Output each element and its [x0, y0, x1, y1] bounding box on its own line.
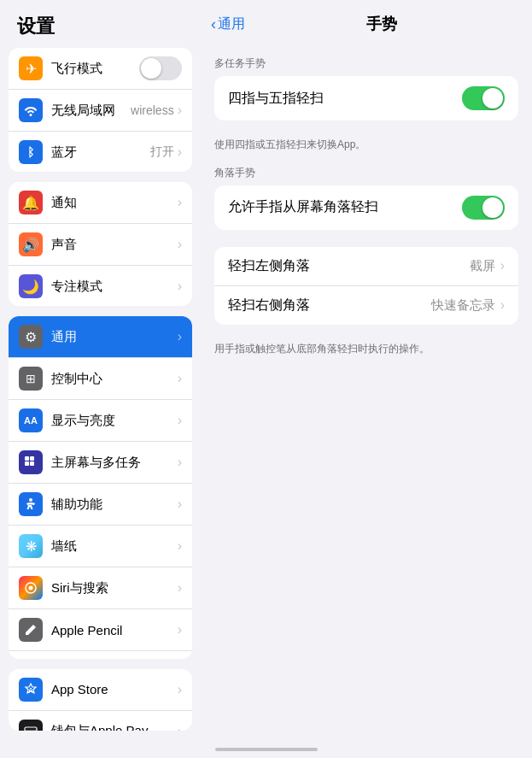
svg-rect-1 — [30, 456, 34, 461]
accessibility-icon — [19, 492, 43, 516]
airplane-toggle[interactable] — [139, 56, 182, 80]
sidebar-section-general: ⚙ 通用 › ⊞ 控制中心 › AA 显示与亮度 › — [9, 316, 192, 658]
accessibility-label: 辅助功能 — [51, 497, 178, 513]
svg-text:A: A — [28, 686, 34, 695]
swipe-left-label: 轻扫左侧角落 — [228, 257, 470, 275]
airplane-icon: ✈ — [19, 56, 43, 80]
sidebar-item-homescreen[interactable]: 主屏幕与多任务 › — [9, 442, 192, 484]
appstore-icon: A — [19, 678, 43, 702]
sidebar-item-control[interactable]: ⊞ 控制中心 › — [9, 358, 192, 400]
corner-swipe-toggle[interactable] — [462, 196, 505, 220]
bluetooth-value: 打开 — [150, 144, 174, 160]
bluetooth-icon: ᛒ — [19, 140, 43, 164]
corner-section: 允许手指从屏幕角落轻扫 — [214, 185, 518, 230]
general-label: 通用 — [51, 329, 178, 345]
sidebar-item-sounds[interactable]: 🔊 声音 › — [9, 224, 192, 266]
display-icon: AA — [19, 408, 43, 432]
homescreen-label: 主屏幕与多任务 — [51, 455, 178, 471]
pencil-chevron: › — [178, 622, 182, 638]
display-label: 显示与亮度 — [51, 413, 178, 429]
sidebar-item-pencil[interactable]: Apple Pencil › — [9, 609, 192, 651]
app-container: 设置 ✈ 飞行模式 无线局域网 wireless › — [0, 0, 532, 741]
general-chevron: › — [178, 329, 182, 344]
wallet-icon — [19, 720, 43, 731]
accessibility-chevron: › — [178, 497, 182, 512]
main-page-title: 手势 — [366, 15, 397, 32]
sounds-icon: 🔊 — [19, 232, 43, 256]
wallet-chevron: › — [178, 724, 182, 731]
wallet-label: 钱包与Apple Pay — [51, 723, 178, 731]
swipe-left-chevron: › — [500, 258, 505, 273]
home-indicator — [0, 741, 532, 758]
focus-chevron: › — [178, 279, 182, 294]
control-chevron: › — [178, 371, 182, 386]
sidebar: 设置 ✈ 飞行模式 无线局域网 wireless › — [0, 0, 201, 741]
wifi-icon — [19, 98, 43, 122]
sidebar-item-display[interactable]: AA 显示与亮度 › — [9, 400, 192, 442]
wallpaper-chevron: › — [178, 538, 182, 554]
general-icon: ⚙ — [19, 325, 43, 349]
appstore-chevron: › — [178, 682, 182, 697]
svg-rect-3 — [30, 461, 34, 466]
back-chevron-icon: ‹ — [211, 15, 216, 33]
sidebar-item-wallpaper[interactable]: ❋ 墙纸 › — [9, 526, 192, 567]
notifications-label: 通知 — [51, 195, 178, 211]
swipe-right-row[interactable]: 轻扫右侧角落 快速备忘录 › — [214, 286, 518, 325]
bluetooth-label: 蓝牙 — [51, 144, 150, 161]
wifi-chevron: › — [178, 103, 182, 118]
back-label: 通用 — [218, 15, 245, 33]
sidebar-item-touchid[interactable]: 触控ID与密码 › — [9, 651, 192, 658]
pencil-label: Apple Pencil — [51, 623, 178, 638]
notifications-chevron: › — [178, 195, 182, 210]
corner-swipe-row[interactable]: 允许手指从屏幕角落轻扫 — [214, 185, 518, 230]
sidebar-item-wallet[interactable]: 钱包与Apple Pay › — [9, 711, 192, 731]
wallpaper-label: 墙纸 — [51, 538, 178, 555]
notifications-icon: 🔔 — [19, 191, 43, 214]
swipe-right-value: 快速备忘录 — [431, 297, 495, 314]
appstore-label: App Store — [51, 682, 178, 696]
main-content: ‹ 通用 手势 多任务手势 四指与五指轻扫 使用四指或五指轻扫来切换App。 角… — [201, 0, 532, 741]
svg-point-4 — [29, 498, 32, 502]
multitask-footer: 使用四指或五指轻扫来切换App。 — [214, 138, 518, 152]
sounds-chevron: › — [178, 237, 182, 252]
sidebar-item-general[interactable]: ⚙ 通用 › — [9, 316, 192, 358]
swipe-right-chevron: › — [500, 297, 505, 313]
siri-chevron: › — [178, 580, 182, 596]
back-button[interactable]: ‹ 通用 — [211, 15, 245, 33]
sidebar-section-connectivity: ✈ 飞行模式 无线局域网 wireless › ᛒ 蓝牙 打开 — [9, 48, 192, 172]
siri-icon — [19, 576, 43, 600]
svg-point-6 — [29, 586, 33, 591]
sidebar-item-notifications[interactable]: 🔔 通知 › — [9, 182, 192, 224]
corner-section-label: 角落手势 — [214, 166, 518, 180]
corner-swipe-label: 允许手指从屏幕角落轻扫 — [228, 198, 462, 216]
four-five-swipe-toggle[interactable] — [462, 86, 505, 110]
airplane-label: 飞行模式 — [51, 61, 139, 77]
display-chevron: › — [178, 413, 182, 428]
sidebar-item-bluetooth[interactable]: ᛒ 蓝牙 打开 › — [9, 132, 192, 172]
swipe-left-row[interactable]: 轻扫左侧角落 截屏 › — [214, 247, 518, 286]
sidebar-item-wifi[interactable]: 无线局域网 wireless › — [9, 90, 192, 132]
home-bar — [215, 748, 318, 751]
sidebar-section-apps: A App Store › 钱包与Apple Pay › — [9, 669, 192, 731]
sidebar-title: 设置 — [0, 0, 201, 48]
sidebar-item-focus[interactable]: 🌙 专注模式 › — [9, 266, 192, 306]
control-icon: ⊞ — [19, 367, 43, 391]
sidebar-item-appstore[interactable]: A App Store › — [9, 669, 192, 711]
wallpaper-icon: ❋ — [19, 534, 43, 558]
corner-actions-footer: 用手指或触控笔从底部角落轻扫时执行的操作。 — [214, 342, 518, 356]
sidebar-item-accessibility[interactable]: 辅助功能 › — [9, 484, 192, 526]
corner-actions-section: 轻扫左侧角落 截屏 › 轻扫右侧角落 快速备忘录 › — [214, 247, 518, 325]
focus-icon: 🌙 — [19, 274, 43, 298]
homescreen-icon — [19, 450, 43, 474]
swipe-right-label: 轻扫右侧角落 — [228, 297, 431, 314]
wifi-label: 无线局域网 — [51, 103, 131, 119]
sidebar-item-siri[interactable]: Siri与搜索 › — [9, 567, 192, 609]
sidebar-item-airplane[interactable]: ✈ 飞行模式 — [9, 48, 192, 90]
bluetooth-chevron: › — [178, 144, 182, 160]
multitask-section-label: 多任务手势 — [214, 56, 518, 71]
focus-label: 专注模式 — [51, 279, 178, 295]
four-five-swipe-row[interactable]: 四指与五指轻扫 — [214, 76, 518, 120]
homescreen-chevron: › — [178, 455, 182, 470]
multitask-section: 四指与五指轻扫 — [214, 76, 518, 120]
sidebar-section-notifications: 🔔 通知 › 🔊 声音 › 🌙 专注模式 › ⏱ 屏幕使用时间 › — [9, 182, 192, 306]
